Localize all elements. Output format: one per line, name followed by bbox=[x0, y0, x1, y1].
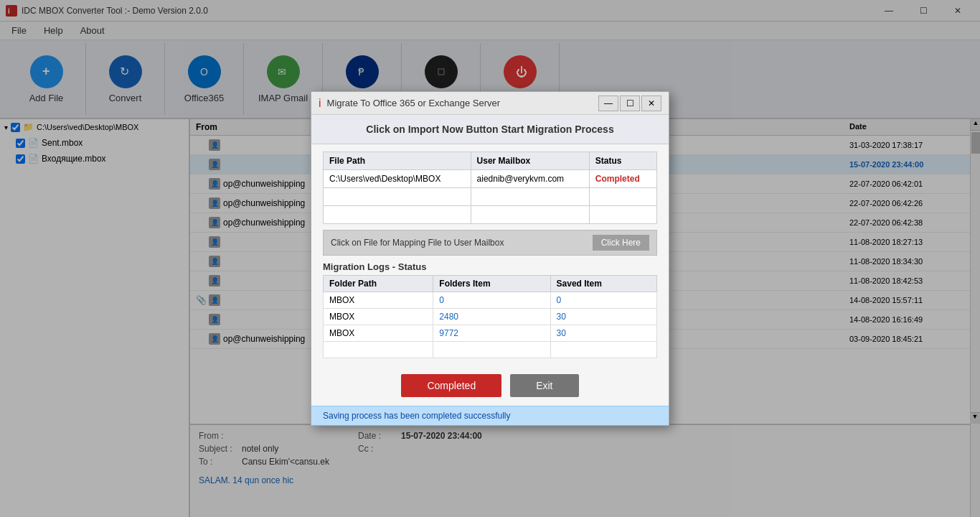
table-row-empty2 bbox=[324, 206, 657, 224]
log-folders-item: 0 bbox=[433, 292, 550, 309]
col-status: Status bbox=[589, 152, 656, 170]
modal-footer: Completed Exit bbox=[311, 365, 669, 406]
migration-table: File Path User Mailbox Status C:\Users\v… bbox=[323, 152, 657, 224]
log-folder: MBOX bbox=[324, 292, 433, 309]
modal-minimize-button[interactable]: — bbox=[598, 96, 618, 111]
logs-title: Migration Logs - Status bbox=[323, 261, 657, 272]
col-user-mailbox: User Mailbox bbox=[471, 152, 589, 170]
modal-overlay: i Migrate To Office 365 or Exchange Serv… bbox=[0, 0, 980, 517]
log-saved-item: 30 bbox=[550, 325, 656, 342]
migrate-modal: i Migrate To Office 365 or Exchange Serv… bbox=[311, 91, 669, 426]
modal-body: File Path User Mailbox Status C:\Users\v… bbox=[311, 144, 669, 365]
log-col-folder: Folder Path bbox=[324, 276, 433, 292]
log-col-saved-item: Saved Item bbox=[550, 276, 656, 292]
modal-title: Migrate To Office 365 or Exchange Server bbox=[327, 98, 597, 108]
log-saved-item: 0 bbox=[550, 292, 656, 309]
log-folder: MBOX bbox=[324, 309, 433, 325]
col-file-path: File Path bbox=[324, 152, 471, 170]
table-row-empty bbox=[324, 188, 657, 206]
log-row: MBOX 9772 30 bbox=[324, 325, 657, 342]
logs-section: Migration Logs - Status Folder Path Fold… bbox=[323, 261, 657, 358]
log-row-empty bbox=[324, 342, 657, 358]
log-folder: MBOX bbox=[324, 325, 433, 342]
mapping-row: Click on File for Mapping File to User M… bbox=[323, 230, 657, 256]
cell-file-path: C:\Users\ved\Desktop\MBOX bbox=[324, 170, 471, 188]
log-folders-item: 9772 bbox=[433, 325, 550, 342]
log-row: MBOX 0 0 bbox=[324, 292, 657, 309]
modal-header-text: Click on Import Now Button Start Migrati… bbox=[311, 115, 669, 144]
mapping-text: Click on File for Mapping File to User M… bbox=[331, 238, 593, 248]
status-bar: Saving process has been completed succes… bbox=[311, 406, 669, 425]
log-row: MBOX 2480 30 bbox=[324, 309, 657, 325]
log-saved-item: 30 bbox=[550, 309, 656, 325]
modal-close-button[interactable]: ✕ bbox=[641, 96, 661, 111]
import-instruction: Click on Import Now Button Start Migrati… bbox=[366, 124, 613, 135]
click-here-button[interactable]: Click Here bbox=[593, 235, 649, 251]
modal-titlebar: i Migrate To Office 365 or Exchange Serv… bbox=[311, 92, 669, 115]
cell-status: Completed bbox=[589, 170, 656, 188]
completed-button[interactable]: Completed bbox=[401, 374, 501, 397]
modal-icon: i bbox=[319, 97, 321, 110]
modal-exit-button[interactable]: Exit bbox=[510, 374, 578, 397]
modal-maximize-button[interactable]: ☐ bbox=[620, 96, 640, 111]
table-row: C:\Users\ved\Desktop\MBOX aiednib@verykv… bbox=[324, 170, 657, 188]
status-message: Saving process has been completed succes… bbox=[323, 411, 510, 421]
cell-user-mailbox: aiednib@verykvm.com bbox=[471, 170, 589, 188]
logs-table: Folder Path Folders Item Saved Item MBOX… bbox=[323, 275, 657, 358]
log-folders-item: 2480 bbox=[433, 309, 550, 325]
log-col-folders-item: Folders Item bbox=[433, 276, 550, 292]
